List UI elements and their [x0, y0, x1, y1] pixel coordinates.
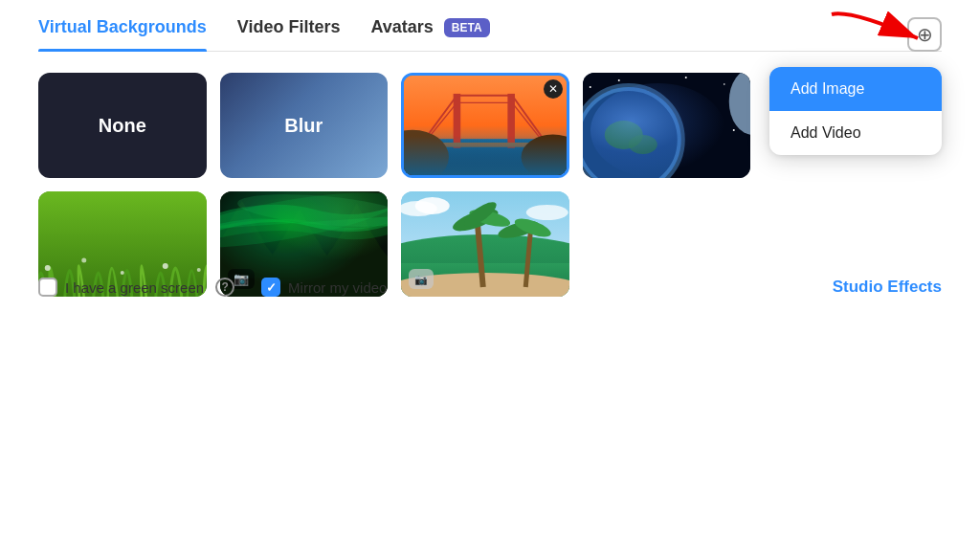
green-screen-label: I have a green screen [65, 279, 204, 296]
bottom-bar: I have a green screen ? ✓ Mirror my vide… [38, 278, 942, 297]
grid-item-none[interactable]: None [38, 73, 207, 178]
grid-item-golden-gate[interactable]: ✕ [401, 73, 569, 178]
none-label: None [99, 115, 146, 137]
svg-point-27 [197, 268, 201, 272]
plus-icon: ⊕ [917, 25, 933, 44]
svg-point-44 [415, 197, 450, 214]
blur-label: Blur [284, 115, 323, 137]
svg-point-25 [121, 271, 124, 275]
mirror-video-label: Mirror my video [288, 279, 387, 296]
svg-point-13 [723, 83, 724, 85]
green-screen-checkbox[interactable] [38, 278, 57, 297]
add-button[interactable]: ⊕ [907, 17, 942, 52]
help-icon[interactable]: ? [215, 278, 234, 297]
svg-rect-3 [454, 94, 461, 148]
svg-point-10 [617, 79, 619, 81]
close-icon[interactable]: ✕ [544, 79, 563, 99]
svg-rect-5 [422, 143, 548, 147]
svg-point-16 [732, 129, 734, 131]
beta-badge: BETA [444, 18, 490, 37]
mirror-video-wrap: ✓ Mirror my video [261, 278, 387, 297]
dropdown-item-add-video[interactable]: Add Video [769, 111, 942, 155]
checkmark-icon: ✓ [266, 280, 277, 295]
mirror-video-checkbox[interactable]: ✓ [261, 278, 280, 297]
grid-item-earth[interactable] [583, 73, 751, 178]
svg-point-29 [220, 191, 389, 259]
svg-point-6 [404, 130, 449, 175]
add-dropdown: Add Image Add Video [769, 67, 942, 155]
svg-point-18 [604, 121, 642, 149]
svg-point-26 [163, 263, 168, 269]
svg-point-23 [45, 265, 51, 271]
svg-point-9 [589, 86, 590, 88]
svg-point-11 [646, 91, 648, 93]
svg-rect-4 [507, 94, 515, 148]
dropdown-item-add-image[interactable]: Add Image [769, 67, 942, 111]
svg-point-45 [526, 205, 568, 220]
tab-video-filters[interactable]: Video Filters [237, 17, 341, 51]
studio-effects-link[interactable]: Studio Effects [833, 278, 942, 297]
svg-point-19 [628, 135, 657, 154]
tabs-bar: Virtual Backgrounds Video Filters Avatar… [38, 17, 942, 52]
backgrounds-grid: None Blur ✕ [38, 73, 750, 297]
svg-point-7 [522, 135, 567, 176]
svg-point-30 [235, 191, 388, 233]
svg-point-12 [684, 77, 686, 78]
svg-rect-2 [404, 139, 567, 175]
tab-avatars[interactable]: Avatars BETA [370, 17, 489, 51]
svg-point-24 [81, 258, 86, 263]
grid-item-blur[interactable]: Blur [220, 73, 389, 178]
svg-rect-1 [404, 76, 567, 175]
green-screen-wrap: I have a green screen ? [38, 278, 234, 297]
tab-virtual-backgrounds[interactable]: Virtual Backgrounds [38, 17, 207, 51]
